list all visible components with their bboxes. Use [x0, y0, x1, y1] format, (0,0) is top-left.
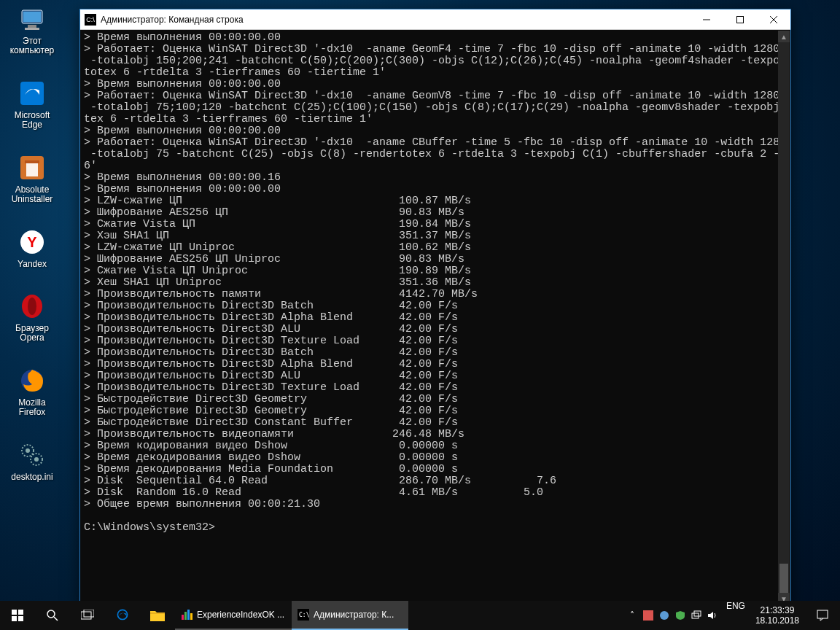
desktop-icon-label: Microsoft Edge: [4, 111, 60, 130]
desktop-icon-label: Yandex: [4, 260, 60, 269]
svg-rect-28: [84, 610, 94, 617]
language-indicator[interactable]: ENG: [722, 601, 750, 630]
clock-date: 18.10.2018: [755, 615, 799, 626]
tray-chevron-up-icon[interactable]: ˄: [626, 610, 639, 621]
scroll-up-button[interactable]: ▲: [778, 31, 790, 42]
svg-rect-7: [25, 160, 39, 163]
console-output[interactable]: > Время выполнения 00:00:00.00 > Работае…: [81, 31, 790, 604]
pinned-explorer[interactable]: [140, 601, 175, 630]
desktop-icon-label: Этот компьютер: [4, 36, 60, 55]
svg-rect-41: [817, 610, 828, 618]
tray-app-icon[interactable]: [658, 610, 671, 621]
svg-line-26: [54, 617, 58, 621]
svg-point-38: [660, 611, 669, 620]
svg-point-11: [28, 298, 36, 315]
taskbar: ExperienceIndexOK ... C:\ Администратор:…: [0, 601, 840, 630]
search-button[interactable]: [35, 601, 70, 630]
clock-time: 21:33:39: [755, 605, 799, 615]
svg-rect-6: [26, 163, 38, 176]
cmd-icon: C:\: [85, 14, 96, 26]
tray-firewall-icon[interactable]: [642, 610, 655, 621]
uninstaller-icon: [18, 153, 47, 182]
desktop-icon-yandex[interactable]: Y Yandex: [4, 228, 60, 269]
desktop-icon-edge[interactable]: Microsoft Edge: [4, 79, 60, 130]
desktop-icon-label: Браузер Opera: [4, 324, 60, 343]
desktop-icon-opera[interactable]: Браузер Opera: [4, 292, 60, 343]
taskbar-app-label: Администратор: К...: [314, 610, 394, 620]
firefox-icon: [18, 366, 47, 395]
maximize-button[interactable]: [723, 9, 757, 30]
svg-rect-22: [18, 610, 23, 615]
tray-volume-icon[interactable]: [706, 610, 719, 621]
desktop-icon-label: Absolute Uninstaller: [4, 185, 60, 204]
svg-text:C:\: C:\: [299, 612, 309, 618]
svg-rect-37: [643, 610, 653, 621]
computer-icon: [18, 4, 47, 34]
scrollbar[interactable]: ▲ ▼: [778, 31, 790, 604]
svg-rect-27: [81, 612, 91, 619]
yandex-icon: Y: [18, 228, 47, 257]
desktop-icon-desktop-ini[interactable]: desktop.ini: [4, 440, 60, 482]
desktop-icon-firefox[interactable]: Mozilla Firefox: [4, 366, 60, 417]
cmd-icon: C:\: [298, 609, 309, 621]
svg-rect-32: [184, 612, 187, 620]
taskbar-app-experience-index[interactable]: ExperienceIndexOK ...: [175, 601, 292, 630]
desktop-icon-label: desktop.ini: [4, 472, 60, 482]
svg-point-15: [26, 448, 30, 453]
desktop-icon-absolute-uninstaller[interactable]: Absolute Uninstaller: [4, 153, 60, 204]
svg-rect-18: [737, 16, 744, 23]
close-button[interactable]: [757, 9, 790, 30]
scroll-track[interactable]: [778, 42, 790, 593]
ini-file-icon: [18, 440, 47, 470]
svg-rect-4: [20, 82, 44, 105]
cmd-window: C:\ Администратор: Командная строка > Вр…: [79, 9, 791, 606]
svg-rect-24: [18, 616, 23, 621]
pinned-edge[interactable]: [105, 601, 140, 630]
svg-rect-3: [25, 28, 39, 30]
svg-rect-34: [190, 613, 192, 620]
start-button[interactable]: [0, 601, 35, 630]
task-view-button[interactable]: [70, 601, 105, 630]
svg-rect-31: [182, 615, 184, 620]
svg-point-25: [47, 610, 55, 618]
svg-text:Y: Y: [27, 234, 37, 250]
minimize-button[interactable]: [690, 9, 723, 30]
taskbar-app-cmd[interactable]: C:\ Администратор: К...: [292, 601, 408, 630]
system-tray[interactable]: ˄: [623, 601, 722, 630]
taskbar-app-label: ExperienceIndexOK ...: [197, 610, 284, 620]
clock[interactable]: 21:33:39 18.10.2018: [750, 601, 805, 630]
opera-icon: [18, 292, 47, 321]
desktop-icon-label: Mozilla Firefox: [4, 398, 60, 417]
svg-rect-2: [28, 25, 36, 28]
svg-rect-30: [150, 612, 165, 614]
svg-rect-1: [23, 12, 41, 22]
window-title: Администратор: Командная строка: [101, 15, 690, 25]
svg-point-16: [34, 457, 39, 462]
tray-network-icon[interactable]: [690, 610, 703, 621]
action-center-button[interactable]: [805, 601, 840, 630]
desktop-icon-this-pc[interactable]: Этот компьютер: [4, 4, 60, 55]
svg-rect-23: [12, 616, 17, 621]
svg-rect-21: [12, 610, 17, 615]
titlebar[interactable]: C:\ Администратор: Командная строка: [80, 9, 790, 30]
scroll-thumb[interactable]: [779, 564, 788, 593]
svg-rect-33: [187, 610, 190, 620]
experience-index-icon: [181, 609, 192, 621]
edge-icon: [18, 79, 47, 108]
tray-security-icon[interactable]: [674, 610, 687, 621]
